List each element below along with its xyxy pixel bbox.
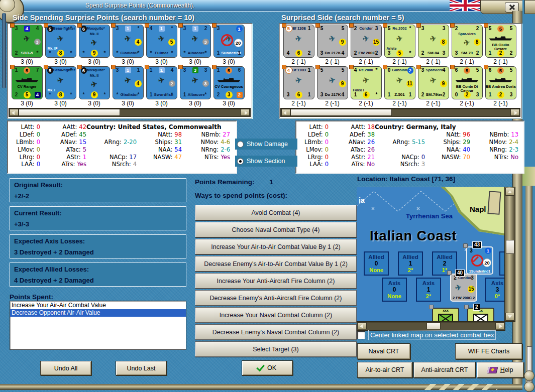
stats-row: LDef:0ADef:45NAtt:98NBmb:27 bbox=[11, 131, 234, 139]
scroll-left-icon[interactable] bbox=[281, 109, 290, 116]
points-spent-item[interactable]: Decrease Opponent Air-Air Value bbox=[10, 309, 186, 317]
spend-option-button[interactable]: Increase Your Air-to-Air Combat Value By… bbox=[195, 239, 357, 254]
stack-summary-box[interactable]: Axis0None bbox=[382, 278, 407, 302]
spending-panel-scrollbar[interactable] bbox=[9, 108, 251, 117]
help-button[interactable]: Help bbox=[477, 362, 524, 378]
stack-summary-box[interactable]: Allied bbox=[499, 251, 504, 276]
combat-map[interactable]: ia Tyrrhenian Sea Napl Italian Coast All… bbox=[357, 187, 504, 321]
wif-fe-charts-button[interactable]: WIF FE Charts bbox=[455, 343, 522, 359]
checkbox-icon[interactable] bbox=[357, 331, 365, 339]
land-unit-counter[interactable]: xx bbox=[467, 308, 494, 321]
unit-counter[interactable]: 655BB Conte Di Cavour0232 (-1) bbox=[450, 66, 484, 107]
unit-counter[interactable]: 312✈3*Albacore*3 (0) bbox=[178, 25, 212, 65]
unit-counter[interactable]: 5Beau-fighter*✈Mk. I*8*3 (0) bbox=[44, 66, 77, 107]
unit-counter[interactable]: 4Re.2000*✈Falco I16*2 (-1) bbox=[349, 66, 383, 107]
unit-counter[interactable]: 555BB Giulio Cesare1222 (-1) bbox=[484, 25, 517, 65]
infantry-symbol-icon bbox=[438, 314, 453, 321]
air-to-air-crt-button[interactable]: Air-to-air CRT bbox=[357, 362, 412, 378]
aircraft-icon: ✈ bbox=[124, 34, 132, 42]
no-attack-icon bbox=[221, 34, 233, 46]
unit-counter[interactable]: 6Mosquito*Mk. II✈*9*3 (0) bbox=[77, 66, 111, 107]
counter-strength: 2 (-1) bbox=[426, 58, 441, 65]
aircraft-icon: ✈ bbox=[329, 75, 336, 84]
surprised-panel-scrollbar[interactable] bbox=[280, 108, 520, 117]
spend-option-button[interactable]: Decrease Enemy's Anti-Aircraft Fire Colu… bbox=[195, 290, 357, 306]
scroll-thumb[interactable] bbox=[19, 109, 120, 116]
map-edge-label: ia bbox=[359, 196, 365, 204]
points-spent-list[interactable]: Increase Your Air-Air Combat ValueDecrea… bbox=[10, 301, 186, 350]
unit-counter[interactable]: 6Mosquito*Mk. II✈*9*3 (0) bbox=[77, 25, 111, 65]
naval-crt-button[interactable]: Naval CRT bbox=[357, 343, 410, 359]
selection-dot-icon bbox=[10, 23, 15, 28]
ways-to-spend-label: Ways to spend points (cost): bbox=[195, 192, 287, 199]
stack-summary-box[interactable]: Axis12* bbox=[416, 278, 441, 302]
unit-counter[interactable]: 5Bf 110E1✈4622 (-1) bbox=[282, 25, 315, 65]
unit-counter[interactable]: 344✈32SBD-5*3 (0) bbox=[10, 25, 44, 65]
scroll-right-icon[interactable] bbox=[241, 109, 250, 116]
show-damage-radio[interactable]: Show Damage bbox=[235, 139, 297, 150]
scroll-left-icon[interactable] bbox=[358, 322, 367, 329]
scroll-thumb[interactable] bbox=[290, 109, 392, 116]
unit-counter[interactable]: 157CV Ranger2543 (0) bbox=[10, 66, 44, 107]
scroll-thumb[interactable] bbox=[506, 240, 514, 254]
unit-counter[interactable]: 5Re.2002*✈Ariete35*2 (-1) bbox=[383, 25, 416, 65]
aircraft-icon: ✈ bbox=[191, 34, 199, 42]
stack-summary-box[interactable]: Allied12* bbox=[398, 251, 423, 276]
counter-strength: 2 (-1) bbox=[359, 100, 373, 107]
counter-strength: 3 (0) bbox=[122, 100, 134, 107]
unit-counter[interactable]: 31✈201Sunderlnd13 (0) bbox=[212, 25, 246, 65]
unit-counter[interactable]: 333✈31Albacore*3 (0) bbox=[178, 66, 212, 107]
spend-option-button[interactable]: Decrease Enemy's Air-to-Air Combat Value… bbox=[195, 256, 357, 272]
unit-counter[interactable]: 55✈93Do 217K42 (-1) bbox=[315, 25, 349, 65]
aircraft-icon: ✈ bbox=[430, 75, 437, 84]
ok-button[interactable]: OK bbox=[242, 360, 293, 375]
unit-counter[interactable]: 2Condor3✈152FW 200C22 (-1) bbox=[349, 25, 383, 65]
unit-counter[interactable]: 31*✈4*Gladiator*3 (0) bbox=[111, 25, 145, 65]
scroll-right-icon[interactable] bbox=[510, 109, 519, 116]
counter-strength: 3 (0) bbox=[54, 58, 67, 65]
land-unit-counter[interactable]: xxx bbox=[432, 308, 459, 321]
stack-summary-box[interactable]: Axis30* bbox=[485, 278, 504, 302]
unit-counter[interactable]: 655BB Andrea Doria1232 (-1) bbox=[484, 66, 517, 107]
unit-counter[interactable]: 0Gabbiano2✈111Z.50112 (-1) bbox=[383, 66, 416, 107]
undo-all-button[interactable]: Undo All bbox=[40, 361, 91, 375]
scroll-left-icon[interactable] bbox=[10, 109, 19, 116]
unit-counter[interactable]: 55✈93Do 217K42 (-1) bbox=[315, 66, 349, 107]
points-spent-item[interactable]: Increase Your Air-Air Combat Value bbox=[10, 302, 186, 309]
scroll-thumb[interactable] bbox=[426, 322, 441, 329]
selection-dot-icon bbox=[77, 23, 82, 28]
scroll-right-icon[interactable] bbox=[495, 322, 504, 329]
spending-units-panel: 344✈32SBD-5*3 (0)5Beau-fighter*✈Mk. IF*8… bbox=[7, 23, 252, 118]
spend-option-button[interactable]: Avoid Combat (4) bbox=[195, 205, 357, 220]
undo-last-button[interactable]: Undo Last bbox=[116, 361, 167, 375]
spend-option-button[interactable]: Decrease Enemy's Naval Combat Column (2) bbox=[195, 324, 357, 340]
unit-counter[interactable]: 22Spar-viero✈83SM.7922 (-1) bbox=[450, 25, 484, 65]
map-unit-counter[interactable]: 31201Sunderlnd1 bbox=[466, 246, 493, 275]
unit-counter[interactable]: 33✈82SM.8432 (-1) bbox=[416, 25, 450, 65]
map-vertical-scrollbar[interactable] bbox=[504, 187, 515, 322]
selection-dot-icon bbox=[212, 23, 217, 28]
stack-summary-box[interactable]: Allied21* bbox=[432, 251, 457, 276]
spend-option-button[interactable]: Increase Your Naval Combat Column (2) bbox=[195, 307, 357, 323]
title-bar[interactable]: Spend Surprise Points (Commonwealth). bbox=[0, 0, 522, 12]
unit-counter[interactable]: 41*✈5*Fulmar*3 (0) bbox=[145, 25, 178, 65]
center-map-checkbox-row[interactable]: Center linked map on selected combat hex bbox=[357, 330, 496, 340]
radio-dot-icon[interactable] bbox=[237, 158, 244, 165]
stacked-land-counter bbox=[487, 191, 501, 215]
unit-counter[interactable]: 3Sparviero4✈92SM.79ter22 (-1) bbox=[416, 66, 450, 107]
spend-option-button[interactable]: Choose Naval Combat Type (4) bbox=[195, 222, 357, 237]
unit-counter[interactable]: 5Beau-fighter*✈Mk. IF*8*3 (0) bbox=[44, 25, 77, 65]
spend-option-button[interactable]: Increase Your Anti-Aircraft Fire Column … bbox=[195, 273, 357, 289]
spending-stats-panel: LAtt:0AAtt:42Country: United States, Com… bbox=[7, 120, 237, 174]
map-horizontal-scrollbar[interactable] bbox=[357, 321, 505, 331]
spend-option-button[interactable]: Select Target (3) bbox=[195, 341, 357, 357]
stack-summary-box[interactable]: Allied0None bbox=[364, 251, 389, 276]
unit-counter[interactable]: 156CV Courageous2323 (0) bbox=[212, 66, 246, 107]
unit-counter[interactable]: 4Bf 110D1✈3612 (-1) bbox=[282, 66, 315, 107]
unit-counter[interactable]: 311✈4*Gladiator*3 (0) bbox=[111, 66, 145, 107]
unit-counter[interactable]: 114✈21Swordfish*3 (0) bbox=[145, 66, 178, 107]
anti-aircraft-crt-button[interactable]: Anti-aircraft CRT bbox=[413, 362, 476, 378]
map-unit-counter[interactable]: 2Condor3✈152 FW 200C 2 bbox=[450, 274, 477, 302]
radio-dot-icon[interactable] bbox=[237, 141, 244, 148]
show-section-radio[interactable]: Show Section bbox=[235, 156, 297, 167]
